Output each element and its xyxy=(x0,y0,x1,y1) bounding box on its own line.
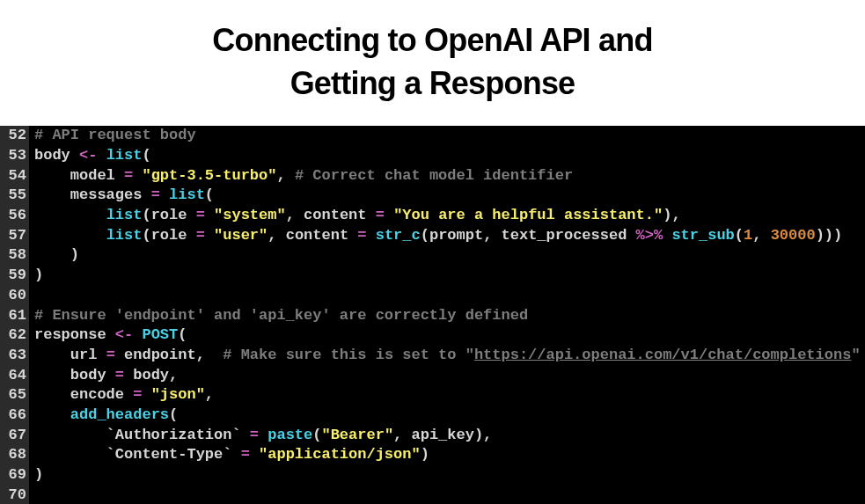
code-line: 66 add_headers( xyxy=(0,405,865,426)
line-number: 63 xyxy=(0,346,29,366)
code-text: body = body, xyxy=(29,366,178,386)
code-text: ) xyxy=(29,465,43,486)
line-number: 65 xyxy=(0,385,29,405)
code-text: response <- POST( xyxy=(29,325,187,346)
line-number: 62 xyxy=(0,325,29,346)
line-number: 69 xyxy=(0,465,29,486)
slide-title: Connecting to OpenAI API and Getting a R… xyxy=(0,0,865,126)
code-line: 58 ) xyxy=(0,245,865,266)
line-number: 64 xyxy=(0,366,29,386)
code-line: 57 list(role = "user", content = str_c(p… xyxy=(0,226,865,246)
code-line: 54 model = "gpt-3.5-turbo", # Correct ch… xyxy=(0,166,865,186)
code-line: 62response <- POST( xyxy=(0,325,865,346)
code-text xyxy=(29,486,34,504)
code-line: 70 xyxy=(0,486,865,504)
code-text: model = "gpt-3.5-turbo", # Correct chat … xyxy=(29,166,573,186)
code-text: messages = list( xyxy=(29,186,214,206)
code-text: list(role = "user", content = str_c(prom… xyxy=(29,226,842,246)
line-number: 54 xyxy=(0,166,29,186)
code-text: ) xyxy=(29,245,79,266)
line-number: 60 xyxy=(0,286,29,306)
code-line: 55 messages = list( xyxy=(0,186,865,206)
line-number: 68 xyxy=(0,445,29,465)
title-line-2: Getting a Response xyxy=(0,62,865,106)
code-text: ) xyxy=(29,266,43,286)
code-text: list(role = "system", content = "You are… xyxy=(29,206,681,226)
code-line: 63 url = endpoint, # Make sure this is s… xyxy=(0,346,865,366)
code-text: add_headers( xyxy=(29,405,178,426)
code-editor: 52# API request body53body <- list(54 mo… xyxy=(0,126,865,504)
line-number: 70 xyxy=(0,486,29,504)
code-line: 61# Ensure 'endpoint' and 'api_key' are … xyxy=(0,306,865,326)
line-number: 56 xyxy=(0,206,29,226)
code-line: 53body <- list( xyxy=(0,146,865,166)
line-number: 58 xyxy=(0,245,29,266)
code-text: `Authorization` = paste("Bearer", api_ke… xyxy=(29,426,492,446)
code-text xyxy=(29,286,34,306)
code-text: body <- list( xyxy=(29,146,151,166)
code-text: # API request body xyxy=(29,126,196,146)
title-line-1: Connecting to OpenAI API and xyxy=(0,19,865,62)
code-text: url = endpoint, # Make sure this is set … xyxy=(29,346,861,366)
line-number: 67 xyxy=(0,426,29,446)
code-line: 68 `Content-Type` = "application/json") xyxy=(0,445,865,465)
code-line: 52# API request body xyxy=(0,126,865,146)
code-line: 65 encode = "json", xyxy=(0,385,865,405)
code-text: # Ensure 'endpoint' and 'api_key' are co… xyxy=(29,306,528,326)
code-line: 69) xyxy=(0,465,865,486)
line-number: 57 xyxy=(0,226,29,246)
line-number: 52 xyxy=(0,126,29,146)
line-number: 61 xyxy=(0,306,29,326)
line-number: 55 xyxy=(0,186,29,206)
line-number: 59 xyxy=(0,266,29,286)
code-line: 64 body = body, xyxy=(0,366,865,386)
line-number: 53 xyxy=(0,146,29,166)
code-line: 60 xyxy=(0,286,865,306)
code-text: encode = "json", xyxy=(29,385,214,405)
code-line: 56 list(role = "system", content = "You … xyxy=(0,206,865,226)
code-line: 67 `Authorization` = paste("Bearer", api… xyxy=(0,426,865,446)
line-number: 66 xyxy=(0,405,29,426)
code-line: 59) xyxy=(0,266,865,286)
code-text: `Content-Type` = "application/json") xyxy=(29,445,429,465)
